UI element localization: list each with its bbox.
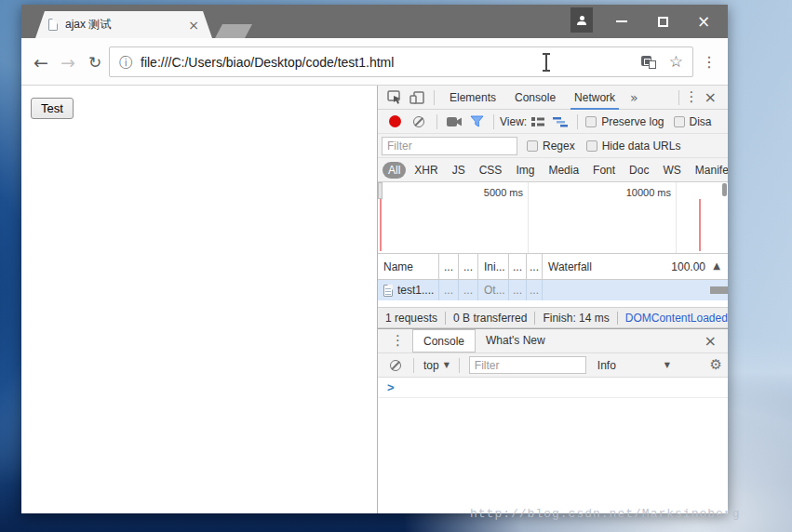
- request-cell: ...: [509, 280, 527, 300]
- resource-type-filters: All XHR JS CSS Img Media Font Doc WS Man…: [378, 158, 728, 182]
- context-selector[interactable]: top ▼: [420, 359, 453, 372]
- hide-data-urls-label: Hide data URLs: [602, 140, 681, 153]
- devtools-tabbar: Elements Console Network » ⋮ ×: [378, 86, 728, 110]
- sort-ascending-icon[interactable]: ▲: [713, 261, 720, 271]
- filter-toggle-button[interactable]: [465, 112, 488, 132]
- request-cell: ...: [527, 280, 543, 300]
- clear-requests-button[interactable]: [413, 116, 424, 127]
- request-name-cell: test1....: [378, 280, 439, 300]
- log-level-value: Info: [597, 359, 616, 372]
- waterfall-bar: [710, 286, 728, 294]
- profile-button[interactable]: [571, 7, 593, 33]
- network-summary-bar: 1 requests 0 B transferred Finish: 14 ms…: [378, 307, 728, 328]
- console-settings-gear-icon[interactable]: ⚙: [710, 358, 722, 372]
- preserve-log-checkbox[interactable]: [585, 116, 597, 127]
- disable-cache-checkbox[interactable]: [674, 116, 685, 127]
- summary-finish: Finish: 14 ms: [534, 312, 616, 325]
- drawer-close-button[interactable]: ×: [699, 334, 722, 349]
- context-selector-value: top: [423, 359, 439, 372]
- type-filter-doc[interactable]: Doc: [624, 162, 654, 179]
- browser-tab[interactable]: ajax 测试 ×: [35, 11, 212, 38]
- column-name[interactable]: Name: [378, 254, 439, 279]
- new-tab-button[interactable]: [215, 24, 252, 38]
- type-filter-ws[interactable]: WS: [657, 162, 686, 179]
- web-page: Test: [21, 86, 377, 513]
- device-toolbar-button[interactable]: [406, 87, 428, 108]
- regex-checkbox[interactable]: [527, 140, 538, 152]
- close-icon: ×: [697, 14, 710, 30]
- titlebar[interactable]: ajax 测试 × ×: [21, 5, 728, 38]
- network-filter-input[interactable]: [382, 137, 517, 155]
- hide-data-urls-checkbox[interactable]: [586, 140, 597, 152]
- request-row[interactable]: test1.... ... ... Ot... ... ...: [378, 280, 728, 300]
- request-cell: ...: [439, 280, 459, 300]
- tab-close-icon[interactable]: ×: [186, 19, 201, 32]
- reload-button[interactable]: ↻: [83, 50, 107, 74]
- network-overview[interactable]: 5000 ms 10000 ms: [378, 182, 728, 254]
- record-button[interactable]: [389, 115, 401, 127]
- inspect-element-button[interactable]: [383, 87, 406, 108]
- page-info-icon[interactable]: ⓘ: [119, 56, 132, 69]
- divider: [493, 114, 494, 129]
- back-button[interactable]: ←: [29, 50, 53, 74]
- column-dots[interactable]: ...: [439, 254, 459, 279]
- list-view-button[interactable]: [527, 112, 549, 132]
- regex-label: Regex: [543, 140, 575, 153]
- type-filter-img[interactable]: Img: [510, 162, 540, 179]
- request-name: test1....: [397, 284, 434, 297]
- tab-console[interactable]: Console: [505, 86, 565, 110]
- chevron-down-icon: ▼: [664, 362, 670, 369]
- more-tabs-icon[interactable]: »: [624, 91, 644, 104]
- minimize-button[interactable]: [610, 10, 634, 33]
- tab-network[interactable]: Network: [565, 86, 624, 110]
- console-filter-input[interactable]: [469, 356, 586, 374]
- divider: [459, 358, 460, 373]
- divider: [434, 90, 435, 105]
- clear-console-button[interactable]: [390, 360, 401, 371]
- waterfall-view-button[interactable]: [549, 112, 571, 132]
- request-initiator-cell: Ot...: [478, 280, 509, 300]
- requests-table-header: Name ... ... Ini... ... ... Waterfall 10…: [378, 254, 728, 280]
- waterfall-scale: 100.00: [671, 254, 705, 279]
- type-filter-css[interactable]: CSS: [474, 162, 508, 179]
- column-dots[interactable]: ...: [459, 254, 478, 279]
- console-body[interactable]: >: [378, 378, 728, 513]
- drawer-menu-button[interactable]: ⋮: [383, 334, 412, 348]
- browser-toolbar: ← → ↻ ⓘ file:///C:/Users/biao/Desktop/co…: [21, 38, 728, 86]
- drawer-tab-whats-new[interactable]: What's New: [476, 329, 556, 352]
- type-filter-js[interactable]: JS: [447, 162, 471, 179]
- devtools-menu-button[interactable]: ⋮: [685, 90, 699, 104]
- console-prompt-row[interactable]: >: [378, 378, 728, 398]
- capture-screenshots-button[interactable]: [443, 112, 465, 132]
- drawer-tab-console[interactable]: Console: [412, 329, 476, 352]
- summary-domcontentloaded: DOMContentLoaded: …: [617, 312, 728, 325]
- url-text[interactable]: file:///C:/Users/biao/Desktop/code/test1…: [141, 55, 641, 70]
- type-filter-font[interactable]: Font: [587, 162, 621, 179]
- page-favicon-icon: [48, 19, 58, 31]
- overview-handle[interactable]: [378, 182, 383, 199]
- log-level-selector[interactable]: Info ▼: [594, 359, 674, 372]
- maximize-button[interactable]: [651, 10, 675, 33]
- type-filter-manifest[interactable]: Manifest: [690, 162, 728, 179]
- column-dots[interactable]: ...: [527, 254, 543, 279]
- devtools-close-button[interactable]: ×: [699, 90, 722, 105]
- tab-elements[interactable]: Elements: [440, 86, 505, 110]
- network-toolbar: View: Preserve log: [378, 110, 728, 134]
- bookmark-star-icon[interactable]: ☆: [669, 54, 683, 70]
- url-bar[interactable]: ⓘ file:///C:/Users/biao/Desktop/code/tes…: [109, 47, 693, 77]
- console-prompt-icon: >: [387, 380, 395, 394]
- forward-button[interactable]: →: [56, 50, 80, 74]
- translate-icon[interactable]: [641, 56, 656, 69]
- column-initiator[interactable]: Ini...: [478, 254, 509, 279]
- type-filter-media[interactable]: Media: [543, 162, 584, 179]
- column-dots[interactable]: ...: [509, 254, 527, 279]
- type-filter-xhr[interactable]: XHR: [409, 162, 443, 179]
- browser-menu-button[interactable]: ⋮: [698, 50, 720, 74]
- divider: [436, 114, 437, 129]
- preserve-log-label: Preserve log: [601, 115, 664, 128]
- overview-scrollbar[interactable]: [722, 183, 727, 196]
- type-filter-all[interactable]: All: [383, 162, 406, 179]
- close-window-button[interactable]: ×: [691, 10, 716, 33]
- test-button[interactable]: Test: [31, 98, 74, 119]
- watermark-text: http://blog.csdn.net/Marksinoberg: [470, 507, 740, 521]
